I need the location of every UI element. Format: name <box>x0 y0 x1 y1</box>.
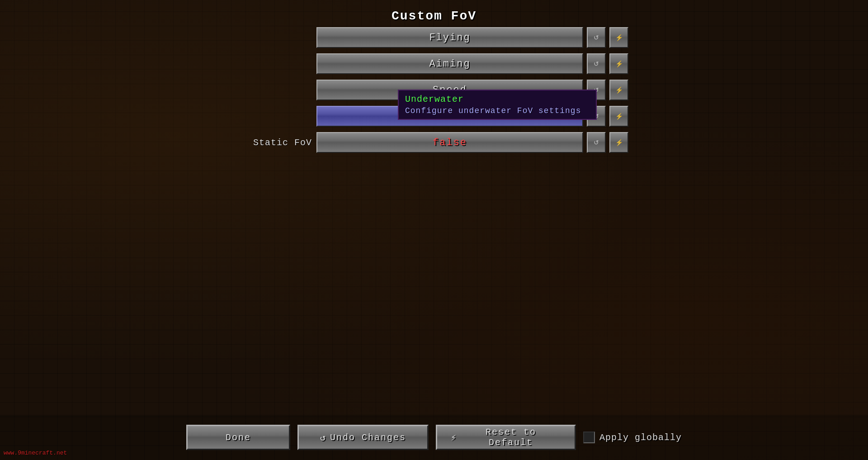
undo-icon: ↺ <box>594 34 599 41</box>
static-fov-label: Static FoV <box>240 138 312 148</box>
flying-button[interactable]: Flying <box>316 27 583 48</box>
undo-changes-button[interactable]: ↺ Undo Changes <box>297 425 429 450</box>
aiming-button[interactable]: Aiming <box>316 53 583 74</box>
watermark: www.9minecraft.net <box>4 450 67 456</box>
setting-row-static-fov: Static FoV false ↺ ⚡ <box>240 132 628 153</box>
static-fov-button[interactable]: false <box>316 132 583 153</box>
page-title: Custom FoV <box>392 9 476 23</box>
reset-icon: ⚡ <box>615 86 623 94</box>
reset-icon: ⚡ <box>615 113 623 120</box>
tooltip-body: Configure underwater FoV settings <box>405 106 590 115</box>
reset-icon: ⚡ <box>615 34 623 41</box>
underwater-reset-icon-btn[interactable]: ⚡ <box>609 106 628 127</box>
static-fov-row-inner: false ↺ ⚡ <box>316 132 628 153</box>
static-fov-reset-icon-btn[interactable]: ⚡ <box>609 132 628 153</box>
static-fov-value: false <box>433 137 467 148</box>
apply-globally-container: Apply globally <box>583 432 682 443</box>
settings-list: Flying ↺ ⚡ Aiming ↺ ⚡ <box>240 27 628 156</box>
undo-btn-icon: ↺ <box>320 432 326 443</box>
apply-globally-label: Apply globally <box>599 432 682 443</box>
reset-btn-icon: ⚡ <box>451 432 457 443</box>
reset-icon: ⚡ <box>615 139 623 146</box>
undo-btn-label: Undo Changes <box>330 432 406 443</box>
undo-icon: ↺ <box>594 60 599 67</box>
aiming-reset-icon-btn[interactable]: ⚡ <box>609 53 628 74</box>
tooltip-title: Underwater <box>405 94 590 104</box>
speed-reset-icon-btn[interactable]: ⚡ <box>609 80 628 100</box>
flying-undo-icon-btn[interactable]: ↺ <box>587 27 606 48</box>
reset-to-default-button[interactable]: ⚡ Reset to Default <box>436 425 576 450</box>
apply-globally-checkbox[interactable] <box>583 432 595 443</box>
speed-row-inner: Speed ↺ ⚡ Underwater Configure underwate… <box>316 80 628 100</box>
setting-row-flying: Flying ↺ ⚡ <box>240 27 628 48</box>
done-button[interactable]: Done <box>186 425 290 450</box>
aiming-row-inner: Aiming ↺ ⚡ <box>316 53 628 74</box>
underwater-tooltip: Underwater Configure underwater FoV sett… <box>398 90 597 120</box>
static-fov-undo-icon-btn[interactable]: ↺ <box>587 132 606 153</box>
reset-icon: ⚡ <box>615 60 623 67</box>
flying-reset-icon-btn[interactable]: ⚡ <box>609 27 628 48</box>
settings-container: Flying ↺ ⚡ Aiming ↺ ⚡ <box>240 27 628 156</box>
aiming-undo-icon-btn[interactable]: ↺ <box>587 53 606 74</box>
setting-row-speed: Speed ↺ ⚡ Underwater Configure underwate… <box>240 80 628 100</box>
reset-btn-label: Reset to Default <box>461 427 561 448</box>
setting-row-aiming: Aiming ↺ ⚡ <box>240 53 628 74</box>
undo-icon: ↺ <box>594 139 599 146</box>
bottom-bar: Done ↺ Undo Changes ⚡ Reset to Default A… <box>0 415 868 460</box>
flying-row-inner: Flying ↺ ⚡ <box>316 27 628 48</box>
